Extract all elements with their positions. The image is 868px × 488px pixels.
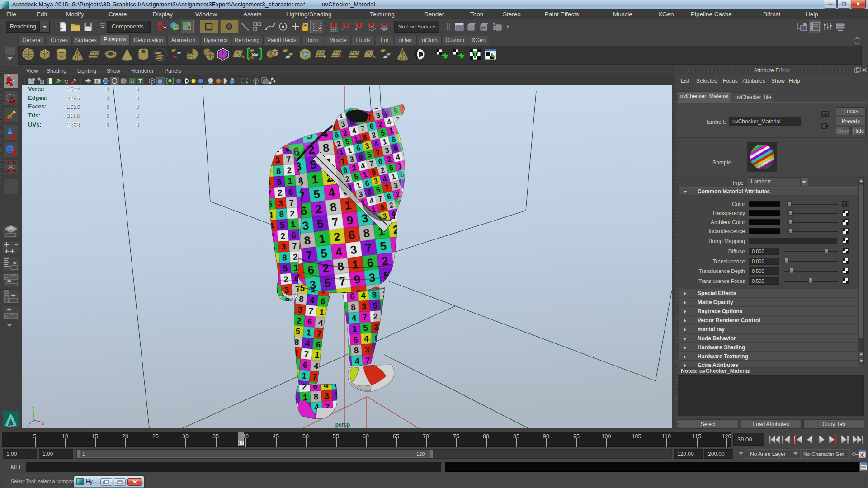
svg-text:3000: 3000 (66, 112, 80, 119)
svg-text:Tris:: Tris: (28, 112, 40, 119)
svg-text:3146: 3146 (66, 94, 80, 101)
svg-text:y: y (32, 405, 34, 410)
svg-text:IPR: IPR (481, 27, 487, 30)
svg-text:0: 0 (136, 121, 139, 128)
svg-text:0: 0 (136, 85, 139, 92)
svg-text:0: 0 (106, 94, 109, 101)
svg-text:Edges:: Edges: (28, 94, 47, 101)
svg-text:x: x (42, 421, 44, 426)
svg-text:persp: persp (335, 422, 350, 428)
svg-text:0: 0 (136, 103, 139, 110)
svg-text:z: z (26, 423, 28, 428)
svg-text:T: T (139, 78, 142, 84)
svg-text:0: 0 (136, 112, 139, 119)
svg-text:0: 0 (106, 103, 109, 110)
svg-text:Verts:: Verts: (28, 85, 44, 92)
svg-text:1868: 1868 (66, 121, 80, 128)
svg-text:UVs:: UVs: (28, 121, 42, 128)
svg-text:Faces:: Faces: (28, 103, 47, 110)
svg-text:1522: 1522 (66, 85, 80, 92)
svg-text:0: 0 (106, 112, 109, 119)
svg-text:0: 0 (106, 121, 109, 128)
svg-text:0: 0 (106, 85, 109, 92)
svg-text:1626: 1626 (66, 103, 80, 110)
svg-text:MAYA: MAYA (7, 425, 14, 427)
svg-text:0: 0 (136, 94, 139, 101)
